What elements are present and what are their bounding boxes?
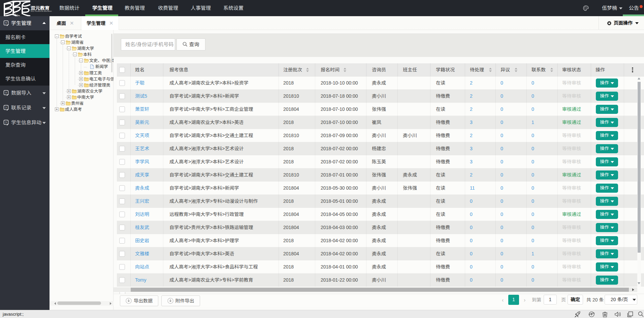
svg-text:?: ? xyxy=(5,22,7,25)
svg-text:?: ? xyxy=(5,121,7,124)
svg-text:?: ? xyxy=(5,106,7,109)
svg-text:?: ? xyxy=(5,91,7,95)
